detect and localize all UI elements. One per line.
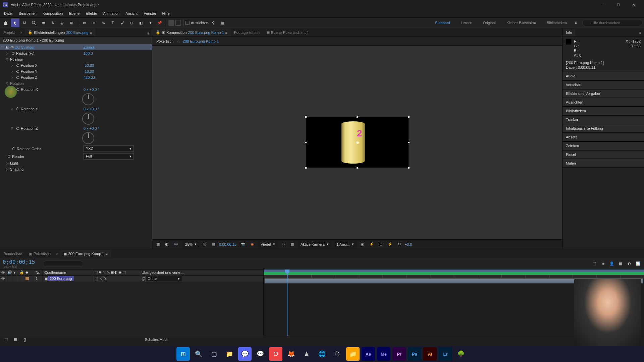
taskbar-ai[interactable]: Ai xyxy=(423,347,437,361)
camera-dropdown[interactable]: Aktive Kamera ▾ xyxy=(298,241,331,247)
grid-icon[interactable]: ▤ xyxy=(210,241,216,247)
layer-color[interactable] xyxy=(25,277,29,280)
pickwhip-icon[interactable]: @ xyxy=(142,277,145,281)
roty-value[interactable]: 0 x +0,0 ° xyxy=(84,107,151,111)
twirl-light[interactable]: ▷ xyxy=(6,162,10,165)
pixel-aspect-icon[interactable]: ⊡ xyxy=(378,241,384,247)
toggle-fx-icon[interactable]: {} xyxy=(21,336,28,343)
rotate-tool[interactable]: ↻ xyxy=(48,18,57,27)
frame-blend-icon[interactable]: ▦ xyxy=(617,260,624,267)
workspace-original[interactable]: Original xyxy=(480,19,498,26)
resolution-dropdown[interactable]: Viertel ▾ xyxy=(258,241,278,247)
orbit-tool[interactable]: ⊕ xyxy=(39,18,48,27)
section-pinsel[interactable]: Pinsel xyxy=(562,150,644,159)
zoom-dropdown[interactable]: 25% ▾ xyxy=(182,241,199,247)
menu-ansicht[interactable]: Ansicht xyxy=(123,10,140,16)
navigator-handle[interactable] xyxy=(264,269,644,272)
hide-shy-icon[interactable]: 👤 xyxy=(608,260,615,267)
workspace-overflow[interactable]: » xyxy=(575,21,577,25)
layer-switches[interactable]: ⬚＼fx xyxy=(93,276,140,282)
handle-bc[interactable] xyxy=(356,167,358,169)
fast-preview-icon[interactable]: ⚡ xyxy=(386,241,394,247)
section-audio[interactable]: Audio xyxy=(562,72,644,80)
twirl-posy[interactable]: ▷ xyxy=(11,70,15,73)
tab-composition[interactable]: 🔒 ▣ Komposition 200 Euro.png Komp 1 ≡ xyxy=(152,28,231,36)
twirl-shading[interactable]: ▷ xyxy=(6,168,10,171)
safe-zones-icon[interactable]: ⊞ xyxy=(202,241,208,247)
stopwatch-rotx[interactable]: ⏱ xyxy=(15,87,20,92)
tab-effect-controls[interactable]: 🔒 Effekteinstellungen 200 Euro.png ≡ xyxy=(24,28,95,36)
snapshot-icon[interactable]: 📷 xyxy=(239,241,247,247)
menu-komposition[interactable]: Komposition xyxy=(40,10,66,16)
twirl-effect[interactable]: ▽ xyxy=(1,46,5,49)
zoom-tool[interactable] xyxy=(30,18,38,27)
stopwatch-rotorder[interactable]: ⏱ xyxy=(11,146,16,151)
composition-viewer[interactable]: ⊕ xyxy=(152,46,562,239)
twirl-posx[interactable]: ▷ xyxy=(11,64,15,67)
handle-mr[interactable] xyxy=(408,141,410,143)
menu-hilfe[interactable]: Hilfe xyxy=(160,10,172,16)
tab-layer[interactable]: ▣ Ebene Pokertisch.mp4 xyxy=(263,28,312,36)
panel-overflow[interactable]: » xyxy=(145,31,152,35)
taskbar-ae[interactable]: Ae xyxy=(362,347,375,361)
tab-renderlist[interactable]: Renderliste xyxy=(0,250,25,257)
pan-behind-tool[interactable]: ⊞ xyxy=(67,18,76,27)
posy-value[interactable]: -10,00 xyxy=(84,69,151,73)
render-dropdown[interactable]: Full ▾ xyxy=(84,153,134,160)
taskbar-me[interactable]: Me xyxy=(377,347,390,361)
mask-icon[interactable]: 👓 xyxy=(172,241,180,247)
posz-value[interactable]: 420,00 xyxy=(84,75,151,79)
taskbar-app3[interactable]: ♟ xyxy=(300,347,313,361)
anchor-point-icon[interactable]: ⊕ xyxy=(356,140,359,145)
section-vorschau[interactable]: Vorschau xyxy=(562,80,644,89)
taskbar-whatsapp[interactable]: 💬 xyxy=(254,347,267,361)
taskbar-app7[interactable]: 🌳 xyxy=(454,347,468,361)
fx-icon[interactable]: fx xyxy=(6,45,9,49)
rotx-dial[interactable] xyxy=(82,93,94,105)
panel-menu-icon[interactable]: ≡ xyxy=(225,31,227,35)
toggle-switches-icon[interactable]: ⬚ xyxy=(3,336,9,343)
minimize-button[interactable]: ─ xyxy=(595,0,610,9)
channel-icon[interactable]: ◉ xyxy=(249,241,255,247)
section-malen[interactable]: Malen xyxy=(562,159,644,168)
start-button[interactable]: ⊞ xyxy=(176,347,190,361)
stopwatch-radius[interactable]: ⏱ xyxy=(11,51,15,56)
radius-value[interactable]: 100,0 xyxy=(84,51,151,55)
twirl-rotz[interactable]: ▽ xyxy=(11,127,15,130)
col-audio[interactable]: 🔊 xyxy=(6,269,12,275)
eye-icon[interactable]: 👁 xyxy=(10,45,14,49)
posx-value[interactable]: -50,00 xyxy=(84,63,151,67)
panel-menu-icon[interactable]: ≡ xyxy=(105,252,107,256)
chevron-left-icon[interactable]: ‹ xyxy=(177,39,179,43)
camera-tool[interactable]: ◎ xyxy=(58,18,66,27)
workspace-standard[interactable]: Standard xyxy=(432,19,453,26)
roto-tool[interactable]: ✦ xyxy=(146,18,155,27)
handle-tc[interactable] xyxy=(356,116,358,118)
close-button[interactable]: ✕ xyxy=(626,0,641,9)
stopwatch-roty[interactable]: ⏱ xyxy=(15,107,20,111)
exposure-value[interactable]: +0,0 xyxy=(405,242,412,246)
hand-tool[interactable] xyxy=(20,18,29,27)
tab-footage[interactable]: Footage (ohne) xyxy=(231,29,263,36)
twirl-rotx[interactable]: ▽ xyxy=(11,88,15,91)
handle-bl[interactable] xyxy=(305,167,307,169)
handle-tl[interactable] xyxy=(305,116,307,118)
col-solo[interactable]: ● xyxy=(12,269,18,275)
workspace-kleiner[interactable]: Kleiner Bildschirm xyxy=(504,19,539,26)
tab-close-project[interactable]: × xyxy=(18,31,24,35)
menu-effekte[interactable]: Effekte xyxy=(83,10,100,16)
stopwatch-posy[interactable]: ⏱ xyxy=(15,69,20,74)
puppet-tool[interactable]: 📌 xyxy=(155,18,164,27)
stopwatch-posx[interactable]: ⏱ xyxy=(15,63,20,68)
roi-icon[interactable]: ▭ xyxy=(280,241,286,247)
section-fuellung[interactable]: Inhaltsbasierte Füllung xyxy=(562,124,644,133)
stopwatch-rotz[interactable]: ⏱ xyxy=(15,126,20,131)
views-dropdown[interactable]: 1 Ansi... ▾ xyxy=(334,241,357,247)
mag-icon[interactable]: ▦ xyxy=(155,241,161,247)
section-bibliotheken[interactable]: Bibliotheken xyxy=(562,107,644,115)
maximize-button[interactable]: ☐ xyxy=(610,0,626,9)
rotz-value[interactable]: 0 x +0,0 ° xyxy=(84,126,151,130)
alpha-icon[interactable]: ◐ xyxy=(164,241,170,247)
rotorder-dropdown[interactable]: YXZ ▾ xyxy=(84,145,134,152)
effect-reset[interactable]: Zurück xyxy=(84,45,151,49)
